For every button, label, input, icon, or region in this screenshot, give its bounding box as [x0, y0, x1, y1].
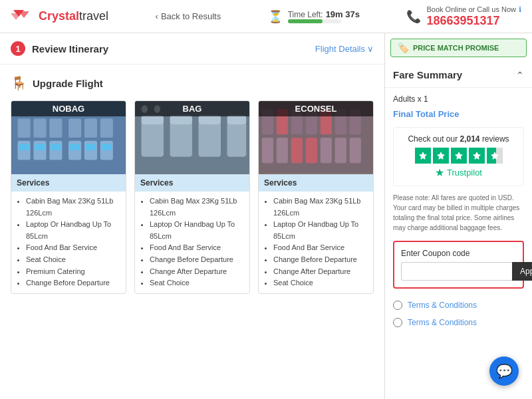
chat-icon: 💬 — [496, 363, 513, 379]
svg-rect-19 — [68, 118, 81, 138]
svg-marker-2 — [11, 13, 21, 20]
card-image-bag: BAG — [135, 101, 249, 174]
svg-rect-37 — [306, 138, 317, 163]
list-item: Cabin Bag Max 23Kg 51Lb 126Lcm — [150, 196, 244, 219]
list-item: Change Before Departure — [26, 277, 120, 289]
flight-card-econsel[interactable]: ECONSEL Services Cabin Bag Max 23Kg 51Lb… — [258, 100, 374, 294]
timer-value: 19m 37s — [326, 9, 360, 19]
timer-label: Time Left: — [288, 10, 323, 19]
card-image-econsel: ECONSEL — [259, 101, 373, 174]
trustpilot-box: Check out our 2,014 reviews — [393, 127, 524, 186]
list-item: Premium Catering — [26, 266, 120, 278]
list-item: Food And Bar Service — [26, 242, 120, 254]
svg-rect-34 — [262, 138, 273, 163]
svg-rect-28 — [170, 116, 192, 124]
list-item: Change After Departure — [273, 266, 368, 278]
card-list-bag: Cabin Bag Max 23Kg 51Lb 126Lcm Laptop Or… — [144, 192, 249, 293]
star-3 — [451, 148, 467, 164]
phone-icon: 📞 — [406, 9, 421, 24]
terms-link-2[interactable]: Terms & Conditions — [408, 318, 477, 327]
site-header: Crystaltravel ‹ Back to Results ⏳ Time L… — [0, 0, 532, 33]
svg-rect-21 — [100, 118, 113, 138]
seat-icon: 🪑 — [11, 75, 27, 91]
left-panel: 1 Review Itinerary Flight Details ∨ 🪑 Up… — [0, 33, 384, 399]
terms-radio-2[interactable] — [393, 318, 402, 327]
fare-disclaimer: Please note: All fares are quoted in USD… — [393, 193, 524, 233]
flight-card-bag[interactable]: BAG Services Cabin Bag Max 23Kg 51Lb 126… — [134, 100, 250, 294]
phone-info-icon[interactable]: ℹ — [519, 5, 521, 14]
logo-icon — [11, 7, 35, 27]
svg-rect-14 — [86, 144, 96, 151]
card-badge-bag: BAG — [135, 101, 249, 116]
list-item: Seat Choice — [26, 254, 120, 266]
svg-rect-18 — [49, 118, 62, 138]
timer-bar-fill — [288, 19, 323, 23]
card-list-econsel: Cabin Bag Max 23Kg 51Lb 126Lcm Laptop Or… — [268, 192, 373, 293]
card-list-nobag: Cabin Bag Max 23Kg 51Lb 126Lcm Laptop Or… — [21, 192, 126, 293]
phone-number[interactable]: 18663951317 — [426, 14, 521, 28]
svg-rect-24 — [170, 122, 192, 157]
fare-summary-header: Fare Summary ⌃ — [385, 63, 532, 88]
trustpilot-stars — [400, 148, 517, 164]
card-badge-nobag: NOBAG — [11, 101, 126, 116]
list-item: Change Before Departure — [273, 254, 368, 266]
step-badge: 1 — [11, 41, 25, 56]
list-item: Cabin Bag Max 23Kg 51Lb 126Lcm — [273, 196, 368, 219]
card-badge-econsel: ECONSEL — [259, 101, 373, 116]
main-wrapper: 1 Review Itinerary Flight Details ∨ 🪑 Up… — [0, 33, 532, 399]
coupon-label: Enter Coupon code — [401, 249, 516, 258]
svg-marker-49 — [437, 152, 445, 160]
timer-section: ⏳ Time Left: 19m 37s — [268, 9, 360, 24]
price-match-banner: 🏷️ PRICE MATCH PROMISE — [390, 39, 527, 57]
svg-rect-38 — [321, 138, 332, 163]
fare-body: Adults x 1 Final Total Price Check out o… — [385, 88, 532, 338]
list-item: Change Before Departure — [150, 254, 244, 266]
fare-final-price-link[interactable]: Final Total Price — [393, 109, 524, 119]
list-item: Food And Bar Service — [150, 242, 244, 254]
star-4 — [469, 148, 485, 164]
svg-rect-30 — [227, 116, 247, 124]
logo-text: Crystaltravel — [39, 9, 108, 23]
card-services-econsel: Services — [259, 174, 373, 192]
svg-rect-23 — [142, 122, 164, 157]
svg-marker-50 — [455, 152, 463, 160]
card-services-bag: Services — [135, 174, 249, 192]
svg-rect-13 — [70, 144, 80, 151]
svg-rect-26 — [227, 122, 247, 157]
upgrade-title: Upgrade Flight — [33, 78, 103, 89]
list-item: Laptop Or Handbag Up To 85Lcm — [150, 219, 244, 242]
svg-rect-16 — [18, 118, 31, 138]
upgrade-header: 🪑 Upgrade Flight — [11, 75, 374, 91]
svg-rect-29 — [199, 116, 221, 124]
svg-rect-11 — [35, 144, 45, 151]
fare-collapse-button[interactable]: ⌃ — [516, 70, 524, 80]
chat-button[interactable]: 💬 — [489, 356, 519, 386]
svg-rect-17 — [33, 118, 46, 138]
coupon-input-row: Apply — [401, 262, 516, 281]
right-panel: 🏷️ PRICE MATCH PROMISE Fare Summary ⌃ Ad… — [384, 33, 532, 399]
flight-details-link[interactable]: Flight Details ∨ — [315, 44, 374, 54]
terms-row-2: Terms & Conditions — [393, 314, 524, 331]
svg-rect-20 — [84, 118, 97, 138]
svg-rect-40 — [350, 138, 361, 163]
phone-label: Book Online or Call us Now — [426, 5, 516, 13]
phone-section: 📞 Book Online or Call us Now ℹ 186639513… — [406, 5, 521, 28]
flight-cards: NOBAG Services Cabin Bag Max 23Kg 51Lb 1… — [11, 100, 374, 294]
svg-marker-51 — [473, 152, 481, 160]
trustpilot-name: ★ Trustpilot — [400, 166, 517, 179]
list-item: Laptop Or Handbag Up To 85Lcm — [273, 219, 368, 242]
terms-link-1[interactable]: Terms & Conditions — [408, 301, 477, 310]
list-item: Seat Choice — [273, 277, 368, 289]
chevron-down-icon: ∨ — [367, 44, 374, 54]
back-to-results-link[interactable]: ‹ Back to Results — [156, 11, 221, 21]
flight-card-nobag[interactable]: NOBAG Services Cabin Bag Max 23Kg 51Lb 1… — [11, 100, 126, 294]
coupon-input[interactable] — [401, 262, 512, 281]
card-image-nobag: NOBAG — [11, 101, 126, 174]
svg-rect-12 — [51, 144, 61, 151]
list-item: Cabin Bag Max 23Kg 51Lb 126Lcm — [26, 196, 120, 219]
review-bar: 1 Review Itinerary Flight Details ∨ — [0, 33, 384, 65]
terms-radio-1[interactable] — [393, 301, 402, 310]
star-5-half — [487, 148, 503, 164]
price-match-icon: 🏷️ — [398, 43, 409, 53]
apply-button[interactable]: Apply — [512, 262, 532, 281]
